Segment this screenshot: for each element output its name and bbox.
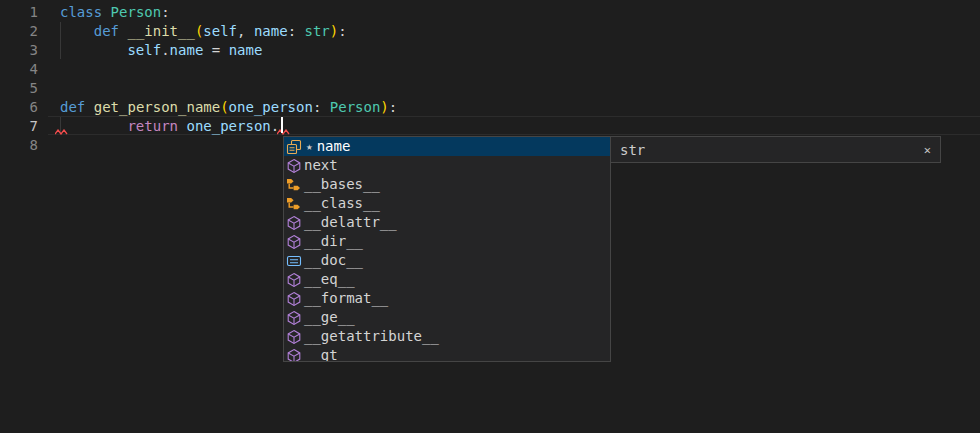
suggestion-label: __delattr__ (304, 213, 397, 232)
suggestion-__class__[interactable]: __class__ (284, 194, 610, 213)
method-icon (286, 272, 302, 288)
class-icon (286, 177, 302, 193)
code-line-6[interactable]: def get_person_name(one_person: Person): (60, 98, 397, 117)
intellicode-star-icon: ★ (306, 137, 313, 156)
constant-icon (286, 253, 302, 269)
method-icon (286, 158, 302, 174)
suggestion-name[interactable]: ★name (284, 137, 610, 156)
line-number[interactable]: 2 (0, 22, 38, 41)
suggestion-label: __class__ (304, 194, 380, 213)
method-icon (286, 234, 302, 250)
code-line-1[interactable]: class Person: (60, 3, 170, 22)
line-number[interactable]: 7 (0, 117, 38, 136)
method-icon (286, 310, 302, 326)
line-number[interactable]: 1 (0, 3, 38, 22)
autocomplete-dropdown: ★name next __bases__ __class__ __delattr… (283, 136, 611, 362)
class-icon (286, 196, 302, 212)
suggestion-detail-panel: str ✕ (610, 136, 941, 163)
code-line-3[interactable]: self.name = name (60, 41, 262, 60)
suggestion-label: __getattribute__ (304, 327, 439, 346)
code-line-2[interactable]: def __init__(self, name: str): (60, 22, 347, 41)
method-icon (286, 348, 302, 363)
suggestion-__format__[interactable]: __format__ (284, 289, 610, 308)
suggestion-label: __dir__ (304, 232, 363, 251)
suggest-list: ★name next __bases__ __class__ __delattr… (284, 137, 610, 362)
suggestion-__getattribute__[interactable]: __getattribute__ (284, 327, 610, 346)
field-icon (286, 139, 302, 155)
suggestion-__delattr__[interactable]: __delattr__ (284, 213, 610, 232)
suggestion-__eq__[interactable]: __eq__ (284, 270, 610, 289)
error-squiggle (55, 129, 68, 135)
suggestion-label: __doc__ (304, 251, 363, 270)
code-line-7[interactable]: return one_person. (60, 117, 279, 136)
line-number[interactable]: 8 (0, 136, 38, 155)
method-icon (286, 291, 302, 307)
code-editor[interactable]: 12345678 class Person: def __init__(self… (0, 0, 980, 433)
method-icon (286, 329, 302, 345)
line-number[interactable]: 4 (0, 60, 38, 79)
suggestion-label: __gt__ (304, 346, 355, 362)
suggestion-label: __format__ (304, 289, 388, 308)
suggestion-label: name (317, 137, 351, 156)
suggestion-__ge__[interactable]: __ge__ (284, 308, 610, 327)
line-number[interactable]: 3 (0, 41, 38, 60)
error-squiggle (277, 129, 290, 135)
close-icon[interactable]: ✕ (924, 144, 931, 156)
suggestion-__dir__[interactable]: __dir__ (284, 232, 610, 251)
method-icon (286, 215, 302, 231)
suggestion-__doc__[interactable]: __doc__ (284, 251, 610, 270)
text-cursor (281, 117, 283, 133)
indent-guide (60, 22, 61, 59)
suggestion-label: __bases__ (304, 175, 380, 194)
suggestion-detail-text: str (620, 142, 645, 158)
suggestion-label: __ge__ (304, 308, 355, 327)
suggestion-__gt__[interactable]: __gt__ (284, 346, 610, 362)
line-number[interactable]: 5 (0, 79, 38, 98)
suggestion-__bases__[interactable]: __bases__ (284, 175, 610, 194)
suggestion-label: next (304, 156, 338, 175)
suggestion-next[interactable]: next (284, 156, 610, 175)
suggestion-label: __eq__ (304, 270, 355, 289)
line-number[interactable]: 6 (0, 98, 38, 117)
